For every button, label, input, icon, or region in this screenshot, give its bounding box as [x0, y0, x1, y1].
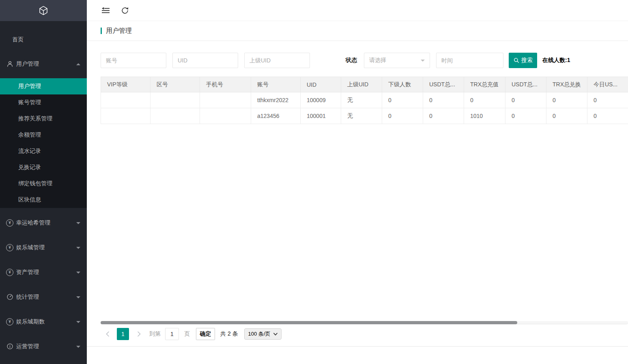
- uid-input[interactable]: [172, 53, 238, 68]
- app-logo[interactable]: [0, 0, 87, 21]
- caret-down-icon: [76, 272, 80, 276]
- cell: 0: [546, 92, 587, 108]
- chevron-down-icon: [273, 333, 277, 336]
- pagination: 1 到第 页 确定 共 2 条 100 条/页: [101, 328, 628, 340]
- cell: 0: [382, 108, 423, 124]
- gauge-icon: [6, 293, 13, 301]
- cell-account: a123456: [251, 108, 301, 124]
- horizontal-scrollbar: [101, 321, 628, 324]
- time-input[interactable]: [436, 53, 503, 68]
- title-accent-bar: [101, 28, 102, 34]
- collapse-sidebar-icon[interactable]: [101, 6, 110, 15]
- col-usdt-total-1: USDT总...: [423, 77, 464, 92]
- submenu-item-label: 账号管理: [18, 99, 41, 106]
- cell: 0: [587, 108, 628, 124]
- table-row: a123456 100001 无 0 0 1010 0 0 0: [101, 108, 628, 124]
- content-bottom-divider: [87, 346, 628, 347]
- sidebar-item-label: 用户管理: [16, 60, 39, 68]
- next-page-button[interactable]: [136, 331, 142, 337]
- cell: [101, 108, 151, 124]
- cell: 0: [505, 92, 546, 108]
- total-count-label: 共 2 条: [220, 330, 238, 338]
- sidebar-item-label: 首页: [12, 36, 24, 43]
- col-uid: UID: [301, 77, 341, 92]
- cell: [200, 108, 251, 124]
- submenu-item-exchange-records[interactable]: 兑换记录: [0, 159, 87, 176]
- col-usdt-total-2: USDT总...: [505, 77, 546, 92]
- table-empty-space: [101, 124, 628, 321]
- yen-circle-icon: ¥: [6, 269, 13, 276]
- col-trx-total-exchange: TRX总兑换: [546, 77, 587, 92]
- sidebar-item-user-management[interactable]: 用户管理: [0, 55, 87, 73]
- caret-down-icon: [76, 247, 80, 251]
- col-account: 账号: [251, 77, 301, 92]
- status-label: 状态: [346, 57, 357, 64]
- submenu-item-account-management[interactable]: 账号管理: [0, 94, 87, 111]
- status-select[interactable]: 请选择: [364, 53, 430, 68]
- refresh-icon[interactable]: [120, 6, 130, 15]
- cell: [200, 92, 251, 108]
- submenu-item-label: 余额管理: [18, 131, 41, 139]
- search-button-label: 搜索: [521, 57, 533, 64]
- submenu-item-label: 推荐关系管理: [18, 115, 52, 122]
- sidebar-item-lucky-hash[interactable]: ¥ 幸运哈希管理: [0, 214, 87, 232]
- sidebar-item-label: 娱乐城期数: [16, 318, 45, 325]
- cell: [151, 92, 200, 108]
- user-management-submenu: 用户管理 账号管理 推荐关系管理 余额管理 流水记录 兑换记录 绑定钱包管理 区…: [0, 78, 87, 208]
- user-icon: [6, 60, 13, 68]
- horizontal-scrollbar-thumb[interactable]: [101, 321, 517, 324]
- sidebar-item-casino-management[interactable]: ¥ 娱乐城管理: [0, 238, 87, 257]
- sidebar-item-asset-management[interactable]: ¥ 资产管理: [0, 263, 87, 281]
- sidebar-item-operations-management[interactable]: 运营管理: [0, 337, 87, 355]
- caret-up-icon: [76, 61, 80, 65]
- search-button[interactable]: 搜索: [509, 53, 537, 68]
- goto-label: 到第: [149, 330, 161, 338]
- cell: [151, 108, 200, 124]
- submenu-item-label: 区块信息: [18, 196, 41, 203]
- prev-page-button[interactable]: [105, 331, 110, 337]
- submenu-item-flow-records[interactable]: 流水记录: [0, 143, 87, 159]
- chevron-down-icon: [421, 60, 425, 64]
- cell: 0: [505, 108, 546, 124]
- sidebar-item-casino-periods[interactable]: ¥ 娱乐城期数: [0, 313, 87, 331]
- table-header-row: VIP等级 区号 手机号 账号 UID 上级UID 下级人数 USDT总... …: [101, 77, 628, 92]
- sidebar: 首页 用户管理 用户管理 账号管理 推荐关系管理 余额管理 流水记录 兑换记录: [0, 0, 87, 364]
- cell: 1010: [464, 108, 505, 124]
- sidebar-item-label: 幸运哈希管理: [16, 219, 50, 227]
- current-page-button[interactable]: 1: [117, 328, 129, 340]
- cell: 0: [546, 108, 587, 124]
- parent-uid-input[interactable]: [244, 53, 310, 68]
- submenu-item-wallet-binding[interactable]: 绑定钱包管理: [0, 176, 87, 192]
- sidebar-item-label: 统计管理: [16, 293, 39, 301]
- page-title: 用户管理: [106, 27, 132, 35]
- cell-uid: 100001: [301, 108, 341, 124]
- sidebar-item-label: 资产管理: [16, 269, 39, 276]
- magnifier-icon: [513, 57, 520, 64]
- table-row: tthkxmr2022 100009 无 0 0 0 0 0 0: [101, 92, 628, 108]
- sidebar-item-statistics-management[interactable]: 统计管理: [0, 288, 87, 306]
- submenu-item-user-management[interactable]: 用户管理: [0, 78, 87, 94]
- yen-circle-icon: ¥: [6, 244, 13, 251]
- submenu-item-label: 流水记录: [18, 148, 41, 155]
- submenu-item-balance-management[interactable]: 余额管理: [0, 127, 87, 143]
- submenu-item-referral-management[interactable]: 推荐关系管理: [0, 111, 87, 127]
- col-parent-uid: 上级UID: [341, 77, 382, 92]
- col-subordinates: 下级人数: [382, 77, 423, 92]
- submenu-item-block-info[interactable]: 区块信息: [0, 192, 87, 208]
- cell: 0: [382, 92, 423, 108]
- page-size-select[interactable]: 100 条/页: [244, 328, 282, 340]
- account-input[interactable]: [101, 53, 166, 68]
- page-unit-label: 页: [184, 330, 190, 338]
- sidebar-item-label: 娱乐城管理: [16, 244, 45, 251]
- cell-parent-uid: 无: [341, 108, 382, 124]
- goto-page-input[interactable]: [165, 328, 179, 340]
- submenu-item-label: 用户管理: [18, 83, 41, 90]
- submenu-item-label: 兑换记录: [18, 164, 41, 171]
- confirm-page-button[interactable]: 确定: [196, 328, 215, 340]
- cube-icon: [38, 5, 49, 16]
- cell: 0: [587, 92, 628, 108]
- main-area: 用户管理 状态 请选择 搜索 在线人数:1: [87, 0, 628, 364]
- col-phone: 手机号: [200, 77, 251, 92]
- submenu-item-label: 绑定钱包管理: [18, 180, 52, 187]
- sidebar-item-home[interactable]: 首页: [0, 30, 87, 49]
